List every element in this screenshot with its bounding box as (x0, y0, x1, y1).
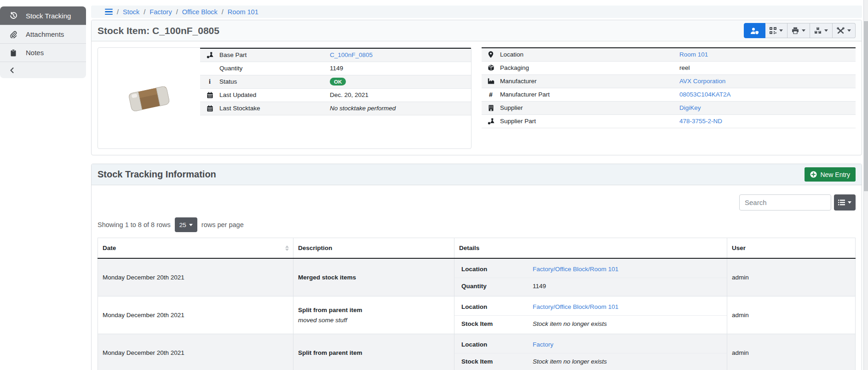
table-row: Monday December 20th 2021 Split from par… (98, 334, 856, 370)
detail-row: Location Factory/Office Block/Room 101 (454, 298, 727, 315)
detail-label: Base Part (219, 48, 330, 62)
table-row: Quantity 1149 (200, 62, 471, 75)
page-size-dropdown[interactable]: 25 (175, 217, 197, 232)
table-row: Monday December 20th 2021 Split from par… (98, 296, 856, 334)
box-icon (482, 61, 500, 74)
entry-details: Location Factory Stock Item Stock item n… (454, 334, 727, 370)
column-header-description: Description (293, 238, 454, 259)
breadcrumb-link-factory[interactable]: Factory (149, 8, 172, 16)
capacitor-image (121, 78, 177, 119)
packaging-value: reel (679, 61, 856, 74)
detail-label: Location (461, 303, 533, 310)
sidebar-item-attachments[interactable]: Attachments (0, 25, 86, 43)
menu-icon[interactable] (105, 9, 113, 15)
plus-circle-icon (810, 171, 817, 178)
manufacturer-part-link[interactable]: 08053C104KAT2A (679, 91, 731, 98)
breadcrumb-link-room-101[interactable]: Room 101 (228, 8, 259, 16)
hash-icon: # (482, 88, 500, 101)
print-actions-button[interactable] (788, 23, 810, 38)
detail-row: Location Factory (454, 336, 727, 353)
quantity-value: 1149 (330, 62, 471, 75)
breadcrumb-separator: / (144, 8, 145, 16)
last-stocktake-value: No stocktake performed (330, 102, 471, 115)
paperclip-icon (9, 31, 17, 38)
pagination-detail: Showing 1 to 8 of 8 rows (98, 221, 171, 228)
chevron-down-icon (847, 29, 851, 32)
detail-row: Stock Item Stock item no longer exists (454, 353, 727, 370)
entry-description: Split from parent item (293, 334, 454, 370)
sidebar: Stock Tracking Attachments Notes (0, 0, 86, 370)
stock-actions-button[interactable] (810, 23, 833, 38)
sidebar-item-label: Stock Tracking (26, 12, 71, 20)
table-row: Location Room 101 (482, 48, 856, 61)
entry-user: admin (727, 334, 856, 370)
detail-label: Manufacturer (500, 74, 679, 88)
page-size-value: 25 (179, 222, 186, 228)
breadcrumb-link-stock[interactable]: Stock (123, 8, 139, 16)
detail-label: Packaging (500, 61, 679, 74)
manufacturer-link[interactable]: AVX Corporation (679, 78, 725, 85)
detail-label: Last Stocktake (219, 102, 330, 115)
detail-label: Quantity (219, 62, 330, 75)
stock-tracking-panel: Stock Tracking Information New Entry (91, 164, 862, 370)
status-badge: OK (330, 78, 346, 85)
section-title: Stock Tracking Information (98, 169, 216, 180)
detail-label: Supplier Part (500, 114, 679, 128)
detail-label: Last Updated (219, 88, 330, 102)
column-header-user: User (727, 238, 856, 259)
column-header-date[interactable]: Date (98, 238, 293, 259)
app-window: Stock Tracking Attachments Notes (0, 0, 868, 370)
tools-icon (837, 27, 845, 34)
table-row: Last Stocktake No stocktake performed (200, 102, 471, 115)
detail-row: Stock Item Stock item no longer exists (454, 315, 727, 332)
supplier-part-link[interactable]: 478-3755-2-ND (679, 118, 722, 125)
stock-admin-button[interactable] (744, 23, 765, 38)
search-input[interactable] (739, 194, 831, 211)
scrollbar-thumb[interactable] (864, 21, 868, 191)
breadcrumb: / Stock / Factory / Office Block / Room … (91, 6, 862, 18)
columns-button[interactable] (834, 194, 856, 211)
entry-user: admin (727, 296, 856, 334)
stock-item-panel: Stock Item: C_100nF_0805 (91, 20, 862, 155)
entry-details: Location Factory/Office Block/Room 101 Q… (454, 258, 727, 296)
new-entry-button[interactable]: New Entry (805, 167, 856, 182)
scrollbar[interactable] (863, 0, 868, 370)
entry-details: Location Factory/Office Block/Room 101 S… (454, 296, 727, 334)
shapes-icon (200, 48, 219, 62)
list-icon (838, 199, 845, 205)
stock-item-toolbar (744, 23, 856, 38)
entry-date: Monday December 20th 2021 (98, 296, 293, 334)
location-link[interactable]: Factory/Office Block/Room 101 (533, 303, 619, 310)
sidebar-collapse-button[interactable] (0, 62, 86, 78)
location-link[interactable]: Room 101 (679, 51, 708, 58)
location-link[interactable]: Factory/Office Block/Room 101 (533, 266, 619, 273)
stock-item-actions-button[interactable] (833, 23, 856, 38)
chevron-left-icon (9, 67, 15, 74)
building-icon (482, 101, 500, 114)
detail-label: Location (500, 48, 679, 61)
location-link[interactable]: Factory (533, 341, 553, 348)
part-details-table: Base Part C_100nF_0805 Quantity 1149 i S… (200, 48, 471, 115)
detail-value: Stock item no longer exists (533, 358, 727, 365)
chevron-down-icon (824, 29, 828, 32)
breadcrumb-link-office-block[interactable]: Office Block (182, 8, 218, 16)
main-content: / Stock / Factory / Office Block / Room … (86, 0, 868, 370)
sidebar-item-stock-tracking[interactable]: Stock Tracking (0, 6, 86, 25)
entry-user: admin (727, 258, 856, 296)
entry-note: moved some stuff (298, 317, 449, 324)
table-row: # Manufacturer Part 08053C104KAT2A (482, 88, 856, 101)
part-thumbnail[interactable] (98, 48, 200, 148)
base-part-link[interactable]: C_100nF_0805 (330, 51, 373, 58)
industry-icon (482, 74, 500, 88)
info-icon: i (200, 75, 219, 88)
barcode-actions-button[interactable] (765, 23, 788, 38)
sidebar-item-notes[interactable]: Notes (0, 43, 86, 62)
detail-value: 1149 (533, 283, 727, 290)
supplier-link[interactable]: DigiKey (679, 104, 701, 111)
table-row: i Status OK (200, 75, 471, 88)
chevron-down-icon (189, 224, 193, 226)
entry-description: Split from parent item moved some stuff (293, 296, 454, 334)
detail-value: Stock item no longer exists (533, 320, 727, 327)
user-shield-icon (750, 27, 759, 34)
detail-label: Location (461, 341, 533, 348)
